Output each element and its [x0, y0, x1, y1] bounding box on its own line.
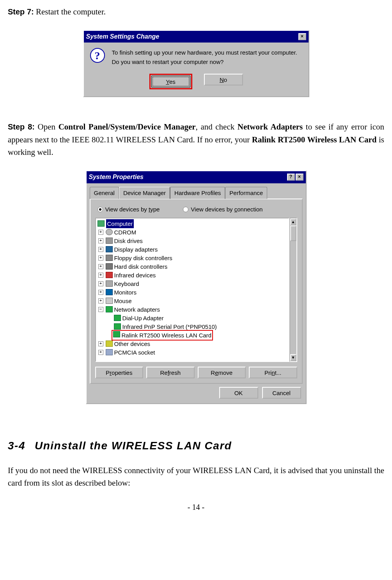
page-number: - 14 - — [8, 501, 384, 513]
expand-icon[interactable]: + — [98, 281, 103, 286]
expand-icon[interactable]: + — [98, 341, 103, 346]
monitor-icon — [106, 289, 113, 295]
mouse-icon — [106, 298, 113, 304]
disk-icon — [106, 238, 113, 244]
tab-general[interactable]: General — [90, 187, 119, 199]
computer-icon — [98, 220, 105, 227]
dialog1-msg1: To finish setting up your new hardware, … — [112, 48, 297, 57]
expand-icon[interactable]: + — [98, 238, 103, 243]
tree-item-ralink[interactable]: Ralink RT2500 Wireless LAN Card — [122, 332, 212, 339]
step8-label: Step 8: — [8, 122, 35, 131]
help-icon[interactable]: ? — [287, 174, 295, 181]
dialog-system-settings-change: System Settings Change × ? To finish set… — [83, 30, 309, 98]
floppy-icon — [106, 255, 113, 261]
dialog2-title: System Properties — [89, 172, 144, 182]
step7-label: Step 7: — [8, 7, 34, 16]
tree-item[interactable]: Keyboard — [114, 279, 139, 288]
radio-by-connection[interactable]: View devices by connection — [183, 205, 263, 214]
close-icon[interactable]: × — [296, 174, 303, 181]
expand-icon[interactable]: + — [98, 264, 103, 269]
adapter-icon — [114, 315, 121, 321]
section-number: 3-4 — [8, 437, 25, 454]
expand-icon[interactable]: + — [98, 230, 103, 235]
device-tree[interactable]: Computer +CDROM +Disk drives +Display ad… — [95, 218, 289, 362]
yes-highlight: Yes — [149, 74, 192, 89]
tree-item[interactable]: Disk drives — [114, 236, 143, 245]
collapse-icon[interactable]: − — [98, 307, 103, 312]
properties-button[interactable]: Properties — [95, 367, 144, 378]
tree-item[interactable]: Floppy disk controllers — [114, 254, 172, 263]
section-heading: 3-4Uninstall the WIRELESS LAN Card — [8, 437, 384, 454]
tree-item[interactable]: Mouse — [114, 296, 132, 305]
other-icon — [106, 341, 113, 347]
tab-hardware-profiles[interactable]: Hardware Profiles — [170, 187, 225, 199]
expand-icon[interactable]: + — [98, 273, 103, 278]
expand-icon[interactable]: + — [98, 350, 103, 355]
tree-item[interactable]: Dial-Up Adapter — [122, 314, 164, 323]
tree-item[interactable]: PCMCIA socket — [114, 348, 155, 357]
network-icon — [106, 306, 113, 312]
scroll-up-icon[interactable]: ▲ — [290, 218, 296, 225]
yes-button[interactable]: Yes — [151, 76, 190, 87]
dialog-system-properties: System Properties ? × General Device Man… — [86, 170, 307, 404]
expand-icon[interactable]: + — [98, 247, 103, 252]
tree-root[interactable]: Computer — [106, 219, 134, 228]
scroll-down-icon[interactable]: ▼ — [290, 354, 296, 361]
dialog1-titlebar: System Settings Change × — [84, 31, 309, 43]
print-button[interactable]: Print... — [249, 367, 297, 378]
tab-strip: General Device Manager Hardware Profiles… — [87, 183, 306, 199]
remove-button[interactable]: Remove — [198, 367, 246, 378]
tree-item[interactable]: Monitors — [114, 288, 137, 297]
step7-text: Restart the computer. — [34, 7, 106, 16]
radio-by-type[interactable]: View devices by type — [98, 205, 160, 214]
step7-line: Step 7: Restart the computer. — [8, 5, 384, 18]
infrared-icon — [106, 272, 113, 278]
tab-performance[interactable]: Performance — [225, 187, 267, 199]
section-title: Uninstall the WIRELESS LAN Card — [35, 440, 232, 452]
tree-item[interactable]: Display adapters — [114, 245, 158, 254]
display-icon — [106, 246, 113, 252]
section-paragraph: If you do not need the WIRELESS connecti… — [8, 464, 384, 490]
tree-item[interactable]: Hard disk controllers — [114, 262, 168, 271]
scrollbar[interactable]: ▲ ▼ — [289, 218, 297, 362]
expand-icon[interactable]: + — [98, 255, 103, 261]
tree-item[interactable]: Other devices — [114, 339, 151, 348]
close-icon[interactable]: × — [298, 33, 306, 40]
tree-item[interactable]: Infrared devices — [114, 271, 156, 280]
no-button[interactable]: No — [204, 74, 243, 85]
cancel-button[interactable]: Cancel — [262, 387, 301, 399]
ok-button[interactable]: OK — [219, 387, 258, 399]
scroll-thumb[interactable] — [290, 225, 296, 241]
cdrom-icon — [106, 229, 113, 235]
adapter-icon — [114, 323, 121, 330]
dialog1-title: System Settings Change — [86, 32, 160, 42]
expand-icon[interactable]: + — [98, 290, 103, 295]
device-manager-panel: View devices by type View devices by con… — [90, 199, 303, 384]
step8-paragraph: Step 8: Open Control Panel/System/Device… — [8, 121, 384, 159]
tree-item[interactable]: Network adapters — [114, 305, 160, 314]
question-icon: ? — [90, 48, 105, 63]
dialog1-text: To finish setting up your new hardware, … — [112, 48, 297, 67]
dialog1-msg2: Do you want to restart your computer now… — [112, 57, 297, 67]
dialog2-titlebar: System Properties ? × — [87, 171, 306, 183]
refresh-button[interactable]: Refresh — [146, 367, 195, 378]
keyboard-icon — [106, 280, 113, 287]
harddisk-icon — [106, 263, 113, 270]
adapter-icon — [113, 331, 120, 337]
pcmcia-icon — [106, 349, 113, 355]
expand-icon[interactable]: + — [98, 298, 103, 303]
tree-item[interactable]: CDROM — [114, 228, 137, 237]
tab-device-manager[interactable]: Device Manager — [119, 187, 170, 199]
